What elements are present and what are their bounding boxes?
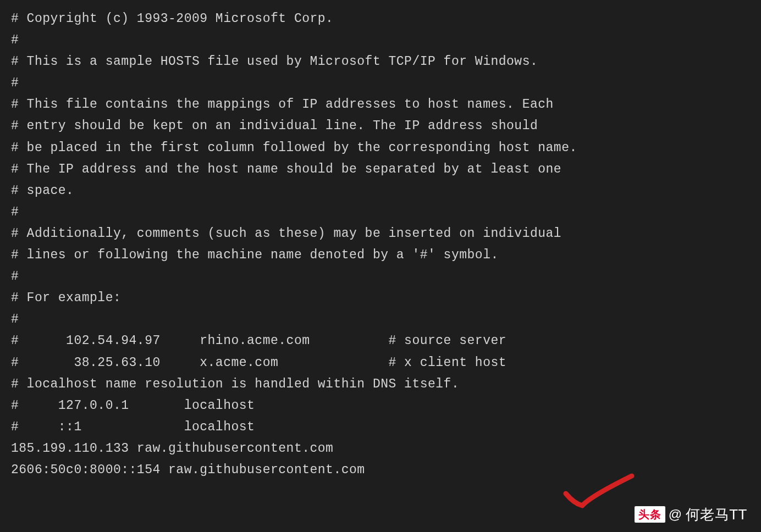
watermark-at: @ (669, 503, 682, 526)
file-line: # This file contains the mappings of IP … (11, 94, 750, 115)
file-line: # (11, 202, 750, 223)
file-line: # 127.0.0.1 localhost (11, 395, 750, 417)
file-line: # (11, 73, 750, 94)
file-line: # Copyright (c) 1993-2009 Microsoft Corp… (11, 8, 750, 30)
file-line: # (11, 266, 750, 287)
watermark-logo: 头条 (635, 506, 665, 523)
file-line: # ::1 localhost (11, 417, 750, 438)
watermark: 头条 @ 何老马TT (635, 502, 747, 527)
file-line: # This is a sample HOSTS file used by Mi… (11, 51, 750, 73)
checkmark-annotation-icon (563, 472, 635, 510)
file-line: # Additionally, comments (such as these)… (11, 223, 750, 245)
file-line: # For example: (11, 287, 750, 309)
watermark-author: 何老马TT (686, 502, 747, 527)
file-line: # (11, 309, 750, 330)
file-line: # space. (11, 180, 750, 202)
file-line: 2606:50c0:8000::154 raw.githubuserconten… (11, 459, 750, 481)
file-line: # 102.54.94.97 rhino.acme.com # source s… (11, 330, 750, 352)
file-line: # (11, 30, 750, 51)
hosts-file-content: # Copyright (c) 1993-2009 Microsoft Corp… (11, 8, 750, 481)
file-line: # 38.25.63.10 x.acme.com # x client host (11, 352, 750, 374)
file-line: # lines or following the machine name de… (11, 245, 750, 266)
file-line: # localhost name resolution is handled w… (11, 374, 750, 395)
file-line: 185.199.110.133 raw.githubusercontent.co… (11, 438, 750, 459)
file-line: # be placed in the first column followed… (11, 137, 750, 159)
file-line: # The IP address and the host name shoul… (11, 159, 750, 180)
file-line: # entry should be kept on an individual … (11, 115, 750, 137)
